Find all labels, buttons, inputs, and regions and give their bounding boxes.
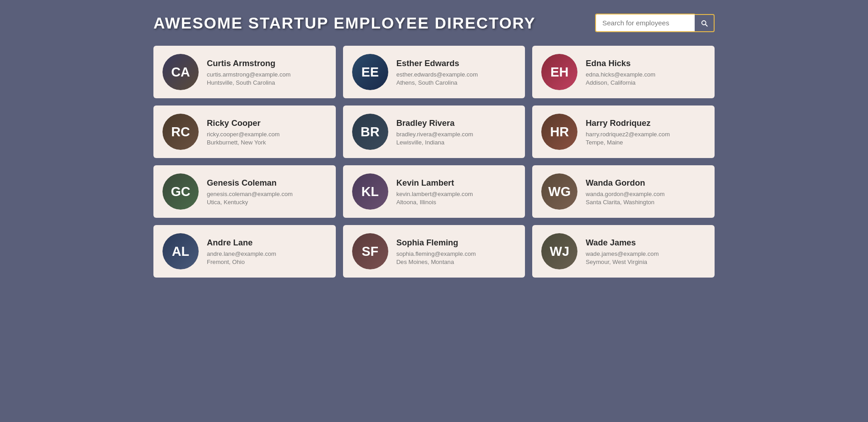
employee-email: edna.hicks@example.com <box>586 71 706 78</box>
avatar: WJ <box>541 233 577 269</box>
search-icon <box>700 19 708 27</box>
avatar-placeholder: BR <box>352 114 388 150</box>
employee-email: wade.james@example.com <box>586 250 706 257</box>
avatar-placeholder: KL <box>352 173 388 210</box>
employee-card[interactable]: KLKevin Lambertkevin.lambert@example.com… <box>343 165 525 218</box>
employee-name: Genesis Coleman <box>207 178 327 188</box>
employee-card[interactable]: EEEsther Edwardsesther.edwards@example.c… <box>343 46 525 98</box>
employee-email: curtis.armstrong@example.com <box>207 71 327 78</box>
employee-email: sophia.fleming@example.com <box>396 250 516 257</box>
employee-info: Kevin Lambertkevin.lambert@example.comAl… <box>396 178 516 206</box>
avatar-placeholder: WJ <box>541 233 577 269</box>
employee-name: Ricky Cooper <box>207 118 327 128</box>
avatar-placeholder: EE <box>352 54 388 90</box>
employee-location: Santa Clarita, Washington <box>586 199 706 206</box>
avatar-placeholder: HR <box>541 114 577 150</box>
employee-name: Esther Edwards <box>396 58 516 68</box>
employee-card[interactable]: WGWanda Gordonwanda.gordon@example.comSa… <box>532 165 715 218</box>
avatar: EE <box>352 54 388 90</box>
employee-info: Edna Hicksedna.hicks@example.comAddison,… <box>586 58 706 86</box>
employee-location: Athens, South Carolina <box>396 79 516 86</box>
avatar: KL <box>352 173 388 210</box>
employee-location: Lewisville, Indiana <box>396 139 516 146</box>
avatar: SF <box>352 233 388 269</box>
employee-location: Burkburnett, New York <box>207 139 327 146</box>
employee-name: Harry Rodriquez <box>586 118 706 128</box>
employee-card[interactable]: RCRicky Cooperricky.cooper@example.comBu… <box>153 106 336 158</box>
avatar: BR <box>352 114 388 150</box>
avatar-placeholder: EH <box>541 54 577 90</box>
avatar: RC <box>162 114 199 150</box>
employee-location: Huntsville, South Carolina <box>207 79 327 86</box>
employee-info: Ricky Cooperricky.cooper@example.comBurk… <box>207 118 327 146</box>
employee-card[interactable]: ALAndre Laneandre.lane@example.comFremon… <box>153 225 336 278</box>
employee-email: harry.rodriquez2@example.com <box>586 131 706 138</box>
employee-email: wanda.gordon@example.com <box>586 191 706 197</box>
employee-info: Andre Laneandre.lane@example.comFremont,… <box>207 238 327 265</box>
search-container <box>595 14 715 32</box>
employee-name: Sophia Fleming <box>396 238 516 248</box>
employee-location: Seymour, West Virginia <box>586 259 706 265</box>
employee-info: Harry Rodriquezharry.rodriquez2@example.… <box>586 118 706 146</box>
search-button[interactable] <box>695 14 715 32</box>
employee-location: Addison, California <box>586 79 706 86</box>
avatar-placeholder: SF <box>352 233 388 269</box>
employee-card[interactable]: BRBradley Riverabradley.rivera@example.c… <box>343 106 525 158</box>
employee-card[interactable]: CACurtis Armstrongcurtis.armstrong@examp… <box>153 46 336 98</box>
avatar: EH <box>541 54 577 90</box>
employee-name: Wade James <box>586 238 706 248</box>
avatar: HR <box>541 114 577 150</box>
employee-email: andre.lane@example.com <box>207 250 327 257</box>
avatar-placeholder: AL <box>162 233 199 269</box>
avatar-placeholder: RC <box>162 114 199 150</box>
employee-location: Utica, Kentucky <box>207 199 327 206</box>
employee-card[interactable]: HRHarry Rodriquezharry.rodriquez2@exampl… <box>532 106 715 158</box>
employee-info: Genesis Colemangenesis.coleman@example.c… <box>207 178 327 206</box>
avatar: GC <box>162 173 199 210</box>
employee-email: bradley.rivera@example.com <box>396 131 516 138</box>
employee-card[interactable]: EHEdna Hicksedna.hicks@example.comAddiso… <box>532 46 715 98</box>
page-title: Awesome Startup Employee Directory <box>153 14 536 32</box>
avatar-placeholder: GC <box>162 173 199 210</box>
employee-grid: CACurtis Armstrongcurtis.armstrong@examp… <box>144 46 724 278</box>
search-input[interactable] <box>595 14 695 32</box>
employee-info: Wade Jameswade.james@example.comSeymour,… <box>586 238 706 265</box>
employee-info: Esther Edwardsesther.edwards@example.com… <box>396 58 516 86</box>
avatar: CA <box>162 54 199 90</box>
employee-location: Tempe, Maine <box>586 139 706 146</box>
employee-info: Bradley Riverabradley.rivera@example.com… <box>396 118 516 146</box>
avatar: WG <box>541 173 577 210</box>
avatar: AL <box>162 233 199 269</box>
employee-name: Bradley Rivera <box>396 118 516 128</box>
employee-location: Altoona, Illinois <box>396 199 516 206</box>
avatar-placeholder: WG <box>541 173 577 210</box>
employee-name: Andre Lane <box>207 238 327 248</box>
employee-email: ricky.cooper@example.com <box>207 131 327 138</box>
employee-card[interactable]: SFSophia Flemingsophia.fleming@example.c… <box>343 225 525 278</box>
employee-name: Curtis Armstrong <box>207 58 327 68</box>
employee-name: Edna Hicks <box>586 58 706 68</box>
employee-name: Kevin Lambert <box>396 178 516 188</box>
employee-email: esther.edwards@example.com <box>396 71 516 78</box>
employee-info: Wanda Gordonwanda.gordon@example.comSant… <box>586 178 706 206</box>
employee-location: Fremont, Ohio <box>207 259 327 265</box>
avatar-placeholder: CA <box>162 54 199 90</box>
employee-card[interactable]: GCGenesis Colemangenesis.coleman@example… <box>153 165 336 218</box>
employee-email: genesis.coleman@example.com <box>207 191 327 197</box>
employee-card[interactable]: WJWade Jameswade.james@example.comSeymou… <box>532 225 715 278</box>
employee-email: kevin.lambert@example.com <box>396 191 516 197</box>
employee-info: Sophia Flemingsophia.fleming@example.com… <box>396 238 516 265</box>
employee-location: Des Moines, Montana <box>396 259 516 265</box>
employee-info: Curtis Armstrongcurtis.armstrong@example… <box>207 58 327 86</box>
employee-name: Wanda Gordon <box>586 178 706 188</box>
